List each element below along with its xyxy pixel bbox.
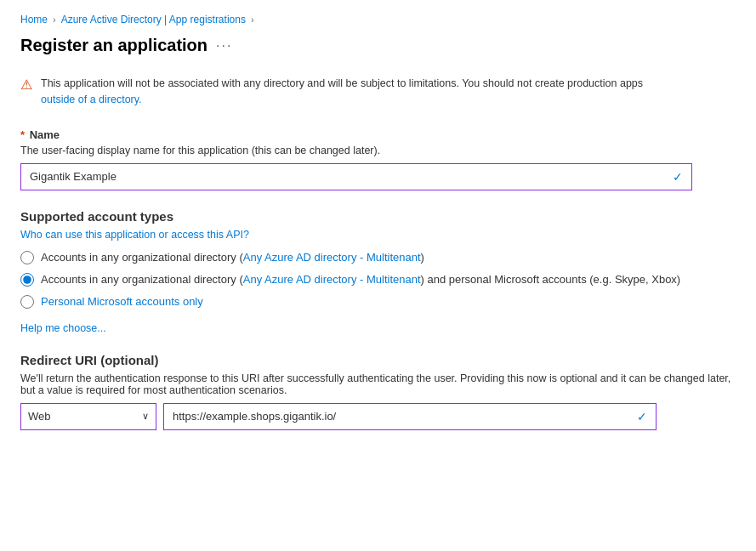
- redirect-uri-heading: Redirect URI (optional): [20, 353, 736, 367]
- name-check-icon: ✓: [673, 170, 683, 184]
- name-description: The user-facing display name for this ap…: [20, 145, 736, 156]
- account-types-section: Supported account types Who can use this…: [20, 209, 736, 334]
- redirect-uri-section: Redirect URI (optional) We'll return the…: [20, 353, 736, 430]
- radio-label-1: Accounts in any organizational directory…: [41, 251, 424, 264]
- radio-label-3: Personal Microsoft accounts only: [41, 295, 203, 308]
- select-chevron-icon: ∨: [142, 411, 149, 422]
- warning-box: ⚠ This application will not be associate…: [20, 72, 736, 111]
- breadcrumb: Home › Azure Active Directory | App regi…: [20, 14, 736, 26]
- radio-item-2: Accounts in any organizational directory…: [20, 273, 736, 287]
- redirect-type-select[interactable]: Web SPA Public client/native: [28, 410, 142, 423]
- radio-item-1: Accounts in any organizational directory…: [20, 251, 736, 264]
- redirect-uri-description: We'll return the authentication response…: [20, 372, 736, 396]
- account-types-sub: Who can use this application or access t…: [20, 229, 736, 241]
- account-types-radio-group: Accounts in any organizational directory…: [20, 251, 736, 309]
- breadcrumb-sep2: ›: [251, 14, 254, 25]
- radio-label-2: Accounts in any organizational directory…: [41, 273, 680, 286]
- name-input-wrapper[interactable]: ✓: [20, 163, 692, 190]
- breadcrumb-home[interactable]: Home: [20, 14, 48, 26]
- breadcrumb-sep1: ›: [53, 14, 56, 25]
- redirect-row: Web SPA Public client/native ∨ ✓: [20, 403, 736, 430]
- name-section: * Name The user-facing display name for …: [20, 128, 736, 190]
- more-options-icon[interactable]: ···: [216, 38, 232, 54]
- radio-opt3[interactable]: [20, 295, 34, 309]
- redirect-url-input[interactable]: [173, 410, 637, 423]
- redirect-type-select-wrapper[interactable]: Web SPA Public client/native ∨: [20, 403, 156, 430]
- page-title-row: Register an application ···: [20, 36, 736, 55]
- radio-opt1[interactable]: [20, 251, 34, 264]
- required-star: *: [20, 128, 25, 141]
- warning-icon: ⚠: [20, 77, 32, 93]
- name-input[interactable]: [30, 170, 673, 183]
- help-choose-link[interactable]: Help me choose...: [20, 322, 106, 334]
- name-label: * Name: [20, 128, 736, 141]
- warning-text: This application will not be associated …: [41, 76, 643, 108]
- redirect-url-input-wrapper[interactable]: ✓: [163, 403, 657, 430]
- radio-item-3: Personal Microsoft accounts only: [20, 295, 736, 309]
- page-title: Register an application: [20, 36, 207, 55]
- radio-opt2[interactable]: [20, 273, 34, 287]
- redirect-url-check-icon: ✓: [637, 410, 647, 423]
- warning-link[interactable]: outside of a directory.: [41, 94, 142, 105]
- account-types-heading: Supported account types: [20, 209, 736, 224]
- breadcrumb-azure[interactable]: Azure Active Directory | App registratio…: [61, 14, 246, 26]
